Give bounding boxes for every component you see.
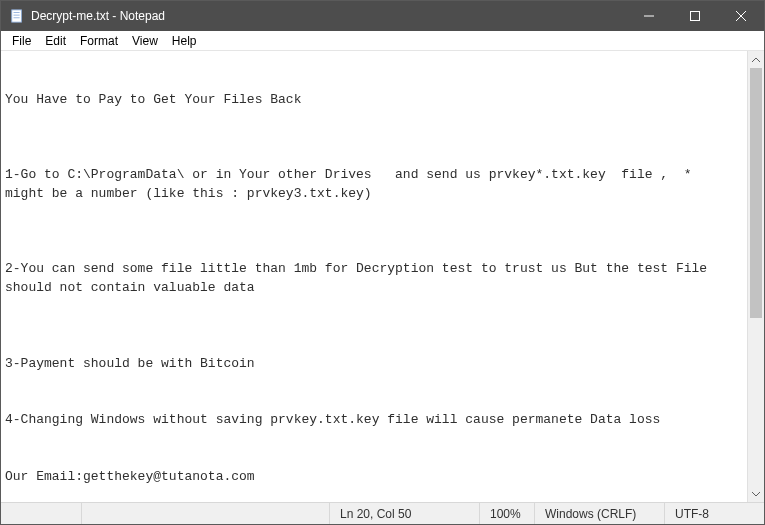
vertical-scrollbar[interactable]	[747, 51, 764, 502]
maximize-button[interactable]	[672, 1, 718, 31]
status-spacer	[81, 503, 329, 524]
scroll-thumb[interactable]	[750, 68, 762, 318]
menu-format[interactable]: Format	[73, 32, 125, 50]
svg-rect-0	[12, 10, 22, 22]
menu-edit[interactable]: Edit	[38, 32, 73, 50]
status-position: Ln 20, Col 50	[329, 503, 479, 524]
status-zoom: 100%	[479, 503, 534, 524]
status-encoding: UTF-8	[664, 503, 764, 524]
scroll-track[interactable]	[748, 68, 764, 485]
svg-rect-5	[691, 12, 700, 21]
titlebar: Decrypt-me.txt - Notepad	[1, 1, 764, 31]
scroll-down-icon[interactable]	[748, 485, 764, 502]
menu-help[interactable]: Help	[165, 32, 204, 50]
menu-file[interactable]: File	[5, 32, 38, 50]
close-button[interactable]	[718, 1, 764, 31]
notepad-icon	[9, 8, 25, 24]
editor-wrap: You Have to Pay to Get Your Files Back 1…	[1, 51, 764, 502]
status-left-pad	[1, 503, 81, 524]
status-eol: Windows (CRLF)	[534, 503, 664, 524]
scroll-up-icon[interactable]	[748, 51, 764, 68]
text-editor[interactable]: You Have to Pay to Get Your Files Back 1…	[1, 51, 747, 502]
minimize-button[interactable]	[626, 1, 672, 31]
statusbar: Ln 20, Col 50 100% Windows (CRLF) UTF-8	[1, 502, 764, 524]
menu-view[interactable]: View	[125, 32, 165, 50]
menubar: File Edit Format View Help	[1, 31, 764, 51]
window-title: Decrypt-me.txt - Notepad	[31, 9, 165, 23]
